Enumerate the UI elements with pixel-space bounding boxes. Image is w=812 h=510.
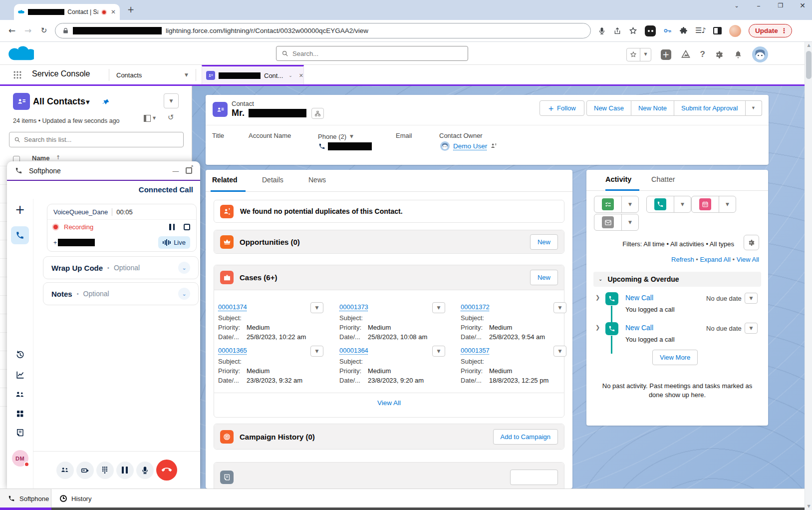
add-to-campaign-button[interactable]: Add to Campaign [493, 429, 558, 445]
popout-icon[interactable]: ↗ [186, 167, 192, 174]
new-event-icon[interactable] [699, 198, 711, 210]
new-task-icon[interactable] [602, 198, 614, 210]
activity-item-actions-icon[interactable]: ▼ [745, 293, 758, 304]
mute-button[interactable] [136, 462, 154, 479]
campaign-history-title[interactable]: Campaign History (0) [240, 433, 315, 441]
global-search[interactable] [276, 46, 468, 61]
case-row-actions-icon[interactable]: ▼ [432, 302, 445, 313]
new-case-button[interactable]: New Case [586, 100, 631, 116]
tab-close-icon[interactable]: ✕ [111, 9, 116, 15]
activity-item-title[interactable]: New Call [625, 294, 653, 302]
help-icon[interactable]: ? [700, 49, 705, 59]
wrap-up-code-section[interactable]: Wrap Up Code • Optional ⌄ [43, 256, 199, 279]
tab-activity[interactable]: Activity [605, 175, 631, 183]
pause-recording-button[interactable] [169, 224, 175, 230]
display-as-button[interactable]: ▼ [144, 115, 156, 122]
case-row-actions-icon[interactable]: ▼ [553, 346, 566, 357]
utility-softphone-tab[interactable]: Softphone [0, 489, 51, 508]
extension-key-icon[interactable] [663, 26, 672, 35]
new-call-plus-button[interactable]: + [7, 204, 33, 216]
tab-news[interactable]: News [308, 176, 326, 184]
list-view-title[interactable]: All Contacts [33, 96, 85, 107]
view-hierarchy-button[interactable] [311, 108, 324, 119]
app-launcher-waffle-icon[interactable] [12, 70, 22, 80]
list-actions-dropdown[interactable]: ▼ [164, 93, 179, 108]
section-collapse-icon[interactable]: ⌄ [598, 277, 602, 282]
log-call-button-group[interactable]: ▼ [646, 196, 691, 213]
pin-list-button[interactable] [98, 94, 113, 109]
case-number-link[interactable]: 00001372 [461, 303, 490, 311]
forward-button[interactable]: → [20, 26, 36, 35]
analytics-rail-icon[interactable] [7, 370, 33, 380]
transfer-button[interactable] [76, 462, 94, 479]
contacts-rail-icon[interactable] [7, 390, 33, 400]
nav-tab-contacts[interactable]: Contacts [116, 71, 142, 79]
history-rail-icon[interactable] [7, 350, 33, 360]
window-minimize-button[interactable]: – [751, 2, 766, 9]
cases-view-all-link[interactable]: View All [214, 399, 564, 407]
scrollbar-thumb[interactable] [806, 51, 812, 79]
opportunities-title[interactable]: Opportunities (0) [240, 238, 300, 246]
contacts-tab-dropdown-icon[interactable]: ▼ [185, 73, 188, 77]
extension-bw-icon[interactable] [645, 25, 656, 36]
profile-avatar[interactable] [729, 25, 741, 37]
new-task-button-group[interactable]: ▼ [594, 196, 639, 213]
activity-item-actions-icon[interactable]: ▼ [745, 323, 758, 334]
user-avatar[interactable] [752, 46, 768, 62]
mic-permission-icon[interactable] [598, 27, 606, 35]
event-dropdown-icon[interactable]: ▼ [719, 196, 736, 212]
new-opportunity-button[interactable]: New [530, 234, 558, 250]
new-tab-button[interactable]: + [127, 5, 134, 14]
case-row-actions-icon[interactable]: ▼ [310, 302, 323, 313]
guidance-center-icon[interactable] [681, 49, 691, 59]
stop-recording-button[interactable] [184, 224, 190, 230]
media-playlist-icon[interactable]: ☰♪ [695, 27, 706, 34]
page-scrollbar[interactable]: ▲ ▼ [805, 42, 812, 510]
favorites-button-group[interactable]: ▼ [626, 48, 651, 61]
case-number-link[interactable]: 00001357 [461, 347, 490, 354]
notifications-bell-icon[interactable] [734, 50, 743, 59]
case-number-link[interactable]: 00001374 [218, 303, 247, 311]
activity-settings-button[interactable] [744, 235, 759, 250]
address-bar[interactable]: lightning.force.com/lightning/r/Contact/… [55, 23, 591, 38]
bookmark-star-icon[interactable] [629, 26, 637, 35]
email-dropdown-icon[interactable]: ▼ [622, 214, 638, 230]
back-button[interactable]: ← [4, 26, 20, 35]
apps-grid-rail-icon[interactable] [7, 409, 33, 418]
expand-all-link[interactable]: Expand All [700, 256, 730, 263]
upcoming-overdue-header[interactable]: ⌄ Upcoming & Overdue [593, 272, 761, 287]
notes-rail-icon[interactable] [7, 428, 33, 437]
window-close-button[interactable]: ✕ [795, 2, 810, 9]
hold-button[interactable] [116, 462, 134, 479]
list-search-input[interactable] [24, 136, 179, 143]
update-button[interactable]: Update ⋮ [749, 24, 792, 37]
browser-menu-kebab-icon[interactable]: ⋮ [781, 27, 788, 34]
agent-avatar[interactable]: DM [7, 450, 33, 467]
more-actions-dropdown-icon[interactable]: ▼ [746, 100, 762, 116]
partial-section-button[interactable] [510, 470, 558, 485]
name-column-header[interactable]: Name [32, 154, 49, 162]
tab-related[interactable]: Related [212, 176, 238, 184]
new-case-related-button[interactable]: New [530, 270, 558, 285]
favorites-dropdown-icon[interactable]: ▼ [640, 52, 650, 56]
task-dropdown-icon[interactable]: ▼ [622, 196, 638, 212]
window-maximize-button[interactable]: ❐ [773, 2, 788, 8]
nav-tab-record-active[interactable]: Cont... ⌄ ✕ [202, 65, 304, 84]
side-panel-icon[interactable] [713, 27, 722, 34]
expand-item-chevron-icon[interactable]: ❯ [595, 325, 600, 330]
record-tab-close-icon[interactable]: ✕ [299, 73, 303, 78]
new-note-button[interactable]: New Note [631, 100, 674, 116]
phone-dropdown-icon[interactable]: ▼ [350, 134, 353, 139]
call-dropdown-icon[interactable]: ▼ [674, 196, 691, 212]
refresh-list-icon[interactable]: ↻ [168, 114, 174, 121]
share-icon[interactable] [613, 27, 621, 35]
record-tab-dropdown-icon[interactable]: ⌄ [288, 73, 292, 78]
case-row-actions-icon[interactable]: ▼ [310, 346, 323, 357]
notes-expand-chevron-icon[interactable]: ⌄ [178, 288, 190, 300]
case-row-actions-icon[interactable]: ▼ [432, 346, 445, 357]
scroll-up-arrow-icon[interactable]: ▲ [805, 43, 812, 47]
browser-tab[interactable]: Contact | Sal ✕ [14, 4, 120, 20]
extensions-puzzle-icon[interactable] [679, 26, 688, 35]
end-call-button[interactable] [156, 460, 177, 481]
dialpad-button[interactable] [96, 462, 114, 479]
